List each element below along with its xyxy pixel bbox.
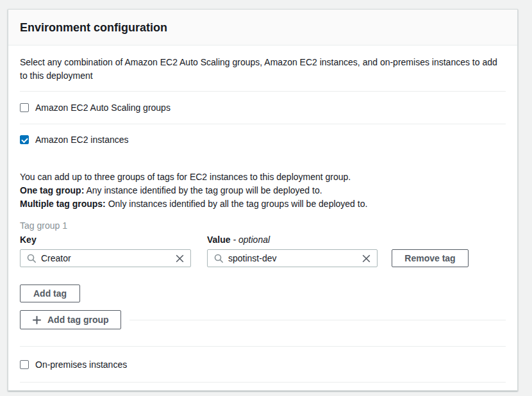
search-icon bbox=[213, 253, 224, 263]
value-search-box bbox=[207, 249, 378, 267]
intro-text: Select any combination of Amazon EC2 Aut… bbox=[20, 56, 506, 83]
checkbox-row-ec2-instances: Amazon EC2 instances bbox=[20, 124, 506, 145]
value-input[interactable] bbox=[228, 253, 358, 263]
on-premises-label[interactable]: On-premises instances bbox=[35, 359, 127, 370]
field-labels-row: Key Value - optional bbox=[20, 235, 506, 245]
environment-configuration-panel: Environment configuration Select any com… bbox=[8, 9, 518, 391]
tag-group-title: Tag group 1 bbox=[20, 220, 506, 231]
add-tag-button[interactable]: Add tag bbox=[20, 285, 80, 302]
key-input[interactable] bbox=[41, 253, 171, 263]
checkbox-row-auto-scaling-groups: Amazon EC2 Auto Scaling groups bbox=[20, 92, 506, 124]
plus-icon bbox=[32, 315, 42, 325]
ec2-instances-label[interactable]: Amazon EC2 instances bbox=[35, 135, 129, 145]
optional-suffix: - optional bbox=[233, 235, 270, 245]
panel-body: Select any combination of Amazon EC2 Aut… bbox=[8, 56, 517, 383]
panel-title: Environment configuration bbox=[20, 21, 506, 35]
on-premises-checkbox[interactable] bbox=[20, 360, 29, 369]
help-line-2: One tag group: Any instance identified b… bbox=[20, 184, 506, 197]
clear-key-icon[interactable] bbox=[171, 254, 185, 263]
value-label: Value - optional bbox=[207, 235, 378, 245]
key-label: Key bbox=[20, 235, 191, 245]
remove-tag-button[interactable]: Remove tag bbox=[392, 249, 469, 267]
panel-header: Environment configuration bbox=[8, 10, 517, 45]
add-tag-row: Add tag bbox=[20, 285, 506, 302]
help-line-1: You can add up to three groups of tags f… bbox=[20, 170, 506, 184]
clear-value-icon[interactable] bbox=[358, 254, 371, 263]
tag-inputs-row: Remove tag bbox=[20, 249, 506, 267]
auto-scaling-groups-label[interactable]: Amazon EC2 Auto Scaling groups bbox=[35, 103, 170, 113]
checkbox-row-on-premises: On-premises instances bbox=[20, 347, 506, 382]
add-tag-group-label: Add tag group bbox=[47, 311, 109, 328]
add-tag-group-button[interactable]: Add tag group bbox=[20, 310, 121, 329]
tag-group-help-text: You can add up to three groups of tags f… bbox=[20, 170, 506, 211]
key-search-box bbox=[20, 249, 191, 267]
ec2-instances-checkbox[interactable] bbox=[20, 135, 29, 144]
divider bbox=[129, 320, 506, 320]
divider bbox=[20, 382, 506, 383]
add-tag-group-row: Add tag group bbox=[20, 310, 506, 329]
help-line-3: Multiple tag groups: Only instances iden… bbox=[20, 197, 506, 211]
auto-scaling-groups-checkbox[interactable] bbox=[20, 103, 29, 112]
search-icon bbox=[26, 253, 37, 263]
